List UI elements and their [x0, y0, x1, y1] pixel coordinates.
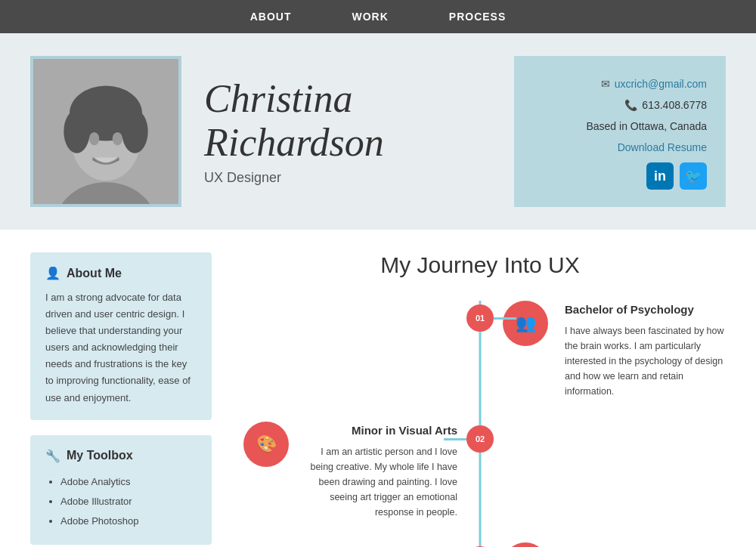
download-resume-link[interactable]: Download Resume [533, 137, 707, 158]
timeline: 01 👥 Bachelor of Psychology I have alway… [234, 301, 726, 547]
timeline-text-02: I am an artistic person and I love being… [296, 444, 457, 520]
nav-about[interactable]: ABOUT [250, 11, 292, 23]
person-icon: 👤 [45, 266, 60, 280]
journey-title: My Journey Into UX [234, 252, 726, 278]
nav-work[interactable]: WORK [352, 11, 388, 23]
email-link[interactable]: uxcrich@gmail.com [615, 73, 707, 94]
main-content: 👤 About Me I am a strong advocate for da… [0, 230, 756, 547]
location-text: Based in Ottawa, Canada [533, 116, 707, 137]
about-heading: 👤 About Me [45, 266, 197, 280]
phone-icon: 📞 [624, 94, 637, 116]
tool-item: Adobe Analytics [60, 472, 197, 492]
timeline-content-01: Bachelor of Psychology I have always bee… [565, 301, 726, 399]
profile-title: UX Designer [204, 170, 491, 186]
svg-point-5 [122, 110, 148, 153]
toolbox-list: Adobe Analytics Adobe Illustrator Adobe … [45, 472, 197, 531]
timeline-content-02: Minor in Visual Arts I am an artistic pe… [296, 422, 457, 520]
timeline-node-01: 01 [466, 304, 494, 332]
timeline-item-02: 02 🎨 Minor in Visual Arts I am an artist… [234, 422, 726, 520]
arrow-02 [444, 438, 466, 440]
timeline-content-03: Research Lab Manager I studied memory us… [565, 542, 726, 547]
profile-image [30, 56, 181, 207]
timeline-heading-03: Research Lab Manager [565, 542, 726, 547]
contact-box: ✉ uxcrich@gmail.com 📞 613.408.6778 Based… [514, 56, 726, 207]
email-line: ✉ uxcrich@gmail.com [533, 73, 707, 94]
linkedin-icon[interactable]: in [646, 162, 674, 190]
journey-area: My Journey Into UX 01 👥 Bachelor of Psyc… [234, 252, 726, 547]
timeline-text-01: I have always been fascinated by how the… [565, 323, 726, 399]
main-nav: ABOUT WORK PROCESS [0, 0, 756, 33]
about-text: I am a strong advocate for data driven a… [45, 289, 197, 406]
sidebar: 👤 About Me I am a strong advocate for da… [30, 252, 212, 547]
timeline-icon-02: 🎨 [243, 422, 289, 467]
nav-process[interactable]: PROCESS [449, 11, 506, 23]
twitter-icon[interactable]: 🐦 [680, 162, 707, 190]
phone-line: 📞 613.408.6778 [533, 94, 707, 116]
timeline-icon-03: 📊 [503, 542, 548, 547]
toolbox-heading: 🔧 My Toolbox [45, 449, 197, 463]
tool-item: Adobe Photoshop [60, 511, 197, 531]
header-section: Christina Richardson UX Designer ✉ uxcri… [0, 33, 756, 230]
timeline-node-02: 02 [466, 425, 494, 453]
toolbox-card: 🔧 My Toolbox Adobe Analytics Adobe Illus… [30, 435, 212, 545]
arrow-01 [494, 317, 516, 320]
timeline-icon-01: 👥 [503, 301, 548, 346]
timeline-heading-02: Minor in Visual Arts [296, 422, 457, 440]
timeline-item-01: 01 👥 Bachelor of Psychology I have alway… [234, 301, 726, 399]
about-card: 👤 About Me I am a strong advocate for da… [30, 252, 212, 420]
svg-point-7 [113, 132, 122, 145]
profile-name: Christina Richardson [204, 77, 491, 163]
svg-point-4 [64, 110, 90, 153]
timeline-item-03: 03 📊 Research Lab Manager I studied memo… [234, 542, 726, 547]
profile-name-area: Christina Richardson UX Designer [204, 77, 491, 185]
social-icons: in 🐦 [533, 162, 707, 190]
envelope-icon: ✉ [601, 73, 610, 94]
tool-item: Adobe Illustrator [60, 492, 197, 511]
svg-point-6 [89, 132, 99, 145]
wrench-icon: 🔧 [45, 449, 60, 463]
phone-number: 613.408.6778 [642, 94, 707, 116]
timeline-heading-01: Bachelor of Psychology [565, 301, 726, 319]
